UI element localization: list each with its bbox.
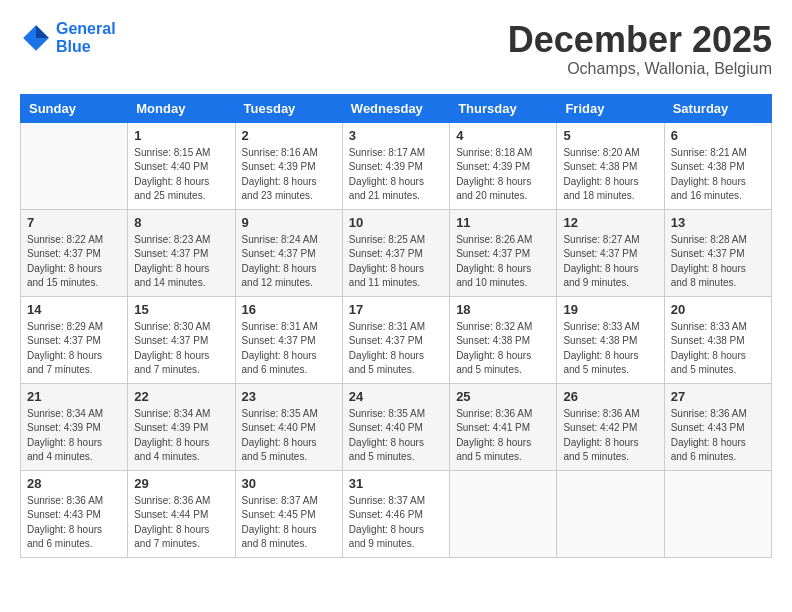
day-number: 31 xyxy=(349,476,443,491)
location-subtitle: Ochamps, Wallonia, Belgium xyxy=(508,60,772,78)
calendar-cell: 24Sunrise: 8:35 AM Sunset: 4:40 PM Dayli… xyxy=(342,383,449,470)
day-info: Sunrise: 8:36 AM Sunset: 4:44 PM Dayligh… xyxy=(134,494,228,552)
calendar-week-row: 28Sunrise: 8:36 AM Sunset: 4:43 PM Dayli… xyxy=(21,470,772,557)
calendar-cell: 4Sunrise: 8:18 AM Sunset: 4:39 PM Daylig… xyxy=(450,122,557,209)
day-info: Sunrise: 8:37 AM Sunset: 4:45 PM Dayligh… xyxy=(242,494,336,552)
day-info: Sunrise: 8:17 AM Sunset: 4:39 PM Dayligh… xyxy=(349,146,443,204)
calendar-cell: 10Sunrise: 8:25 AM Sunset: 4:37 PM Dayli… xyxy=(342,209,449,296)
day-info: Sunrise: 8:35 AM Sunset: 4:40 PM Dayligh… xyxy=(242,407,336,465)
logo-text: General Blue xyxy=(56,20,116,56)
calendar-cell: 7Sunrise: 8:22 AM Sunset: 4:37 PM Daylig… xyxy=(21,209,128,296)
calendar-cell: 30Sunrise: 8:37 AM Sunset: 4:45 PM Dayli… xyxy=(235,470,342,557)
day-info: Sunrise: 8:20 AM Sunset: 4:38 PM Dayligh… xyxy=(563,146,657,204)
day-number: 3 xyxy=(349,128,443,143)
title-block: December 2025 Ochamps, Wallonia, Belgium xyxy=(508,20,772,78)
calendar-cell: 28Sunrise: 8:36 AM Sunset: 4:43 PM Dayli… xyxy=(21,470,128,557)
day-number: 18 xyxy=(456,302,550,317)
calendar-week-row: 1Sunrise: 8:15 AM Sunset: 4:40 PM Daylig… xyxy=(21,122,772,209)
day-info: Sunrise: 8:27 AM Sunset: 4:37 PM Dayligh… xyxy=(563,233,657,291)
day-info: Sunrise: 8:36 AM Sunset: 4:41 PM Dayligh… xyxy=(456,407,550,465)
day-number: 23 xyxy=(242,389,336,404)
calendar-cell: 13Sunrise: 8:28 AM Sunset: 4:37 PM Dayli… xyxy=(664,209,771,296)
calendar-cell: 15Sunrise: 8:30 AM Sunset: 4:37 PM Dayli… xyxy=(128,296,235,383)
day-number: 25 xyxy=(456,389,550,404)
day-info: Sunrise: 8:36 AM Sunset: 4:43 PM Dayligh… xyxy=(27,494,121,552)
day-info: Sunrise: 8:18 AM Sunset: 4:39 PM Dayligh… xyxy=(456,146,550,204)
day-number: 26 xyxy=(563,389,657,404)
day-number: 12 xyxy=(563,215,657,230)
calendar-cell: 11Sunrise: 8:26 AM Sunset: 4:37 PM Dayli… xyxy=(450,209,557,296)
day-info: Sunrise: 8:34 AM Sunset: 4:39 PM Dayligh… xyxy=(27,407,121,465)
calendar-cell: 8Sunrise: 8:23 AM Sunset: 4:37 PM Daylig… xyxy=(128,209,235,296)
day-info: Sunrise: 8:36 AM Sunset: 4:42 PM Dayligh… xyxy=(563,407,657,465)
weekday-header: Wednesday xyxy=(342,94,449,122)
day-info: Sunrise: 8:15 AM Sunset: 4:40 PM Dayligh… xyxy=(134,146,228,204)
calendar-cell: 18Sunrise: 8:32 AM Sunset: 4:38 PM Dayli… xyxy=(450,296,557,383)
day-info: Sunrise: 8:29 AM Sunset: 4:37 PM Dayligh… xyxy=(27,320,121,378)
calendar-table: SundayMondayTuesdayWednesdayThursdayFrid… xyxy=(20,94,772,558)
weekday-header: Saturday xyxy=(664,94,771,122)
day-number: 15 xyxy=(134,302,228,317)
day-number: 14 xyxy=(27,302,121,317)
calendar-cell xyxy=(450,470,557,557)
day-info: Sunrise: 8:24 AM Sunset: 4:37 PM Dayligh… xyxy=(242,233,336,291)
calendar-cell: 12Sunrise: 8:27 AM Sunset: 4:37 PM Dayli… xyxy=(557,209,664,296)
day-number: 16 xyxy=(242,302,336,317)
calendar-week-row: 7Sunrise: 8:22 AM Sunset: 4:37 PM Daylig… xyxy=(21,209,772,296)
day-number: 5 xyxy=(563,128,657,143)
weekday-header: Monday xyxy=(128,94,235,122)
calendar-cell: 5Sunrise: 8:20 AM Sunset: 4:38 PM Daylig… xyxy=(557,122,664,209)
month-title: December 2025 xyxy=(508,20,772,60)
calendar-cell: 23Sunrise: 8:35 AM Sunset: 4:40 PM Dayli… xyxy=(235,383,342,470)
day-number: 4 xyxy=(456,128,550,143)
day-info: Sunrise: 8:30 AM Sunset: 4:37 PM Dayligh… xyxy=(134,320,228,378)
svg-marker-1 xyxy=(36,25,49,38)
calendar-cell: 2Sunrise: 8:16 AM Sunset: 4:39 PM Daylig… xyxy=(235,122,342,209)
calendar-cell: 14Sunrise: 8:29 AM Sunset: 4:37 PM Dayli… xyxy=(21,296,128,383)
page-header: General Blue December 2025 Ochamps, Wall… xyxy=(20,20,772,78)
weekday-header: Friday xyxy=(557,94,664,122)
day-info: Sunrise: 8:33 AM Sunset: 4:38 PM Dayligh… xyxy=(671,320,765,378)
calendar-cell: 22Sunrise: 8:34 AM Sunset: 4:39 PM Dayli… xyxy=(128,383,235,470)
day-info: Sunrise: 8:37 AM Sunset: 4:46 PM Dayligh… xyxy=(349,494,443,552)
weekday-header: Thursday xyxy=(450,94,557,122)
calendar-cell: 17Sunrise: 8:31 AM Sunset: 4:37 PM Dayli… xyxy=(342,296,449,383)
weekday-header: Tuesday xyxy=(235,94,342,122)
calendar-cell: 26Sunrise: 8:36 AM Sunset: 4:42 PM Dayli… xyxy=(557,383,664,470)
day-info: Sunrise: 8:26 AM Sunset: 4:37 PM Dayligh… xyxy=(456,233,550,291)
day-info: Sunrise: 8:31 AM Sunset: 4:37 PM Dayligh… xyxy=(349,320,443,378)
day-info: Sunrise: 8:21 AM Sunset: 4:38 PM Dayligh… xyxy=(671,146,765,204)
day-info: Sunrise: 8:31 AM Sunset: 4:37 PM Dayligh… xyxy=(242,320,336,378)
day-number: 22 xyxy=(134,389,228,404)
day-info: Sunrise: 8:32 AM Sunset: 4:38 PM Dayligh… xyxy=(456,320,550,378)
day-number: 21 xyxy=(27,389,121,404)
day-number: 7 xyxy=(27,215,121,230)
day-number: 1 xyxy=(134,128,228,143)
day-info: Sunrise: 8:33 AM Sunset: 4:38 PM Dayligh… xyxy=(563,320,657,378)
day-info: Sunrise: 8:36 AM Sunset: 4:43 PM Dayligh… xyxy=(671,407,765,465)
day-number: 10 xyxy=(349,215,443,230)
day-number: 6 xyxy=(671,128,765,143)
calendar-cell: 3Sunrise: 8:17 AM Sunset: 4:39 PM Daylig… xyxy=(342,122,449,209)
day-number: 9 xyxy=(242,215,336,230)
calendar-cell: 19Sunrise: 8:33 AM Sunset: 4:38 PM Dayli… xyxy=(557,296,664,383)
day-number: 28 xyxy=(27,476,121,491)
day-number: 2 xyxy=(242,128,336,143)
day-number: 17 xyxy=(349,302,443,317)
day-number: 24 xyxy=(349,389,443,404)
calendar-week-row: 21Sunrise: 8:34 AM Sunset: 4:39 PM Dayli… xyxy=(21,383,772,470)
day-number: 27 xyxy=(671,389,765,404)
calendar-cell: 6Sunrise: 8:21 AM Sunset: 4:38 PM Daylig… xyxy=(664,122,771,209)
weekday-header: Sunday xyxy=(21,94,128,122)
calendar-cell xyxy=(664,470,771,557)
calendar-cell: 31Sunrise: 8:37 AM Sunset: 4:46 PM Dayli… xyxy=(342,470,449,557)
day-info: Sunrise: 8:34 AM Sunset: 4:39 PM Dayligh… xyxy=(134,407,228,465)
calendar-cell: 27Sunrise: 8:36 AM Sunset: 4:43 PM Dayli… xyxy=(664,383,771,470)
day-number: 30 xyxy=(242,476,336,491)
day-number: 19 xyxy=(563,302,657,317)
calendar-cell: 1Sunrise: 8:15 AM Sunset: 4:40 PM Daylig… xyxy=(128,122,235,209)
day-number: 20 xyxy=(671,302,765,317)
day-info: Sunrise: 8:22 AM Sunset: 4:37 PM Dayligh… xyxy=(27,233,121,291)
calendar-cell xyxy=(21,122,128,209)
day-number: 11 xyxy=(456,215,550,230)
